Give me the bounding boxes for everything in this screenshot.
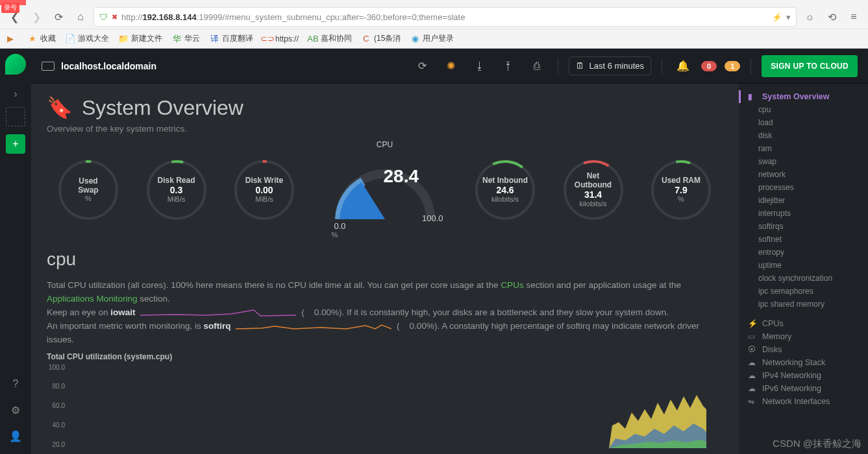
browser-chrome: 录号 ❮ ❯ ⟳ ⌂ 🛡 ✖ http://192.168.8.144:1999… xyxy=(0,0,868,49)
bell-icon[interactable]: 🔔 xyxy=(673,56,693,77)
toc-network[interactable]: network xyxy=(739,168,868,181)
bulb-icon[interactable]: ✺ xyxy=(441,56,462,77)
toc-softnet[interactable]: softnet xyxy=(739,233,868,246)
toc-entropy[interactable]: entropy xyxy=(739,246,868,259)
shield-icon: 🛡 xyxy=(99,12,108,22)
toc-system-overview[interactable]: ▮System Overview xyxy=(739,90,868,103)
upload-icon[interactable]: ⭱ xyxy=(498,56,519,77)
toc-ipc-shm[interactable]: ipc shared memory xyxy=(739,298,868,311)
gauge-disk-read[interactable]: Disk Read 0.3 MiB/s xyxy=(138,150,216,228)
toc-ipv4[interactable]: ☁IPv4 Networking xyxy=(739,369,868,382)
svg-point-11 xyxy=(648,157,714,223)
toc-memory[interactable]: ▭Memory xyxy=(739,330,868,343)
forward-button[interactable]: ❯ xyxy=(27,8,45,26)
bookmark-item[interactable]: ▶ xyxy=(5,34,18,44)
gauge-net-in[interactable]: Net Inbound 24.6 kilobits/s xyxy=(466,150,544,228)
svg-point-1 xyxy=(57,159,119,221)
sidebar-expand[interactable]: › xyxy=(4,84,27,104)
signup-button[interactable]: SIGN UP TO CLOUD xyxy=(762,55,858,77)
help-button[interactable]: ? xyxy=(4,374,27,394)
svg-point-4 xyxy=(236,161,293,219)
bookmark-item[interactable]: ★收藏 xyxy=(27,33,56,44)
logo-icon[interactable] xyxy=(5,54,26,75)
gauge-disk-write[interactable]: Disk Write 0.00 MiB/s xyxy=(225,150,303,228)
gauge-net-out[interactable]: NetOutbound 31.4 kilobits/s xyxy=(554,150,632,228)
print-icon[interactable]: ⎙ xyxy=(527,56,547,77)
toc-clock-sync[interactable]: clock synchronization xyxy=(739,272,868,285)
toc-ipc-sem[interactable]: ipc semaphores xyxy=(739,285,868,298)
calendar-icon: 🗓 xyxy=(576,61,584,71)
toc-softirqs[interactable]: softirqs xyxy=(739,220,868,233)
bookmarks-bar: ▶★收藏📄游戏大全📁新建文件华华云译百度翻译⊂⊃https://AB嘉和协同C(… xyxy=(0,29,868,48)
url-bar[interactable]: 🛡 ✖ http://192.168.8.144:19999/#menu_sys… xyxy=(93,7,797,27)
sidebar-left: › + ? ⚙ 👤 xyxy=(0,49,31,454)
bookmark-item[interactable]: AB嘉和协同 xyxy=(308,33,352,44)
bookmark-item[interactable]: ⊂⊃https:// xyxy=(262,34,299,44)
apps-link[interactable]: Applications Monitoring xyxy=(47,294,138,304)
bookmark-item[interactable]: ◉用户登录 xyxy=(410,33,454,44)
page-title: 🔖 System Overview xyxy=(47,95,723,120)
home-button[interactable]: ⌂ xyxy=(71,8,90,26)
refresh2-button[interactable]: ⟲ xyxy=(823,8,841,26)
download-icon[interactable]: ⭳ xyxy=(469,56,490,77)
cpus-link[interactable]: CPUs xyxy=(501,280,523,290)
toc-idlejitter[interactable]: idlejitter xyxy=(739,194,868,207)
svg-point-6 xyxy=(477,161,534,219)
host-icon xyxy=(42,62,55,71)
content-area: 🔖 System Overview Overview of the key sy… xyxy=(31,84,738,454)
svg-point-9 xyxy=(558,154,629,226)
sidebar-placeholder[interactable] xyxy=(6,107,25,126)
gauge-used-ram[interactable]: Used RAM 7.9 % xyxy=(642,150,720,228)
sync-icon[interactable]: ⟳ xyxy=(412,56,433,77)
svg-point-8 xyxy=(565,161,622,219)
host-label[interactable]: localhost.localdomain xyxy=(42,61,156,71)
chart-title: Total CPU utilization (system.cpu) xyxy=(47,352,723,361)
svg-point-2 xyxy=(148,161,205,219)
gauge-cpu[interactable]: CPU 28.4 0.0 100.0 % xyxy=(314,144,456,235)
bookmark-icon[interactable]: 🔖 xyxy=(47,95,73,120)
toc-processes[interactable]: processes xyxy=(739,181,868,194)
toc-net-stack[interactable]: ☁Networking Stack xyxy=(739,356,868,369)
cpu-section-desc: Total CPU utilization (all cores). 100% … xyxy=(47,279,702,347)
reload-button[interactable]: ⟳ xyxy=(49,8,68,26)
time-range-picker[interactable]: 🗓 Last 6 minutes xyxy=(569,56,652,75)
toc-load[interactable]: load xyxy=(739,116,868,129)
toc-interrupts[interactable]: interrupts xyxy=(739,207,868,220)
alert-red-badge[interactable]: 0 xyxy=(701,61,717,71)
bookmark-item[interactable]: 译百度翻译 xyxy=(209,33,253,44)
insecure-icon: ✖ xyxy=(112,13,118,21)
bookmark-item[interactable]: 📁新建文件 xyxy=(118,33,162,44)
cpu-section-head: cpu xyxy=(47,249,723,270)
menu-button[interactable]: ≡ xyxy=(845,8,863,26)
user-button[interactable]: 👤 xyxy=(4,425,27,446)
svg-point-0 xyxy=(60,161,117,219)
toc-ipv6[interactable]: ☁IPv6 Networking xyxy=(739,382,868,395)
topbar: localhost.localdomain ⟳ ✺ ⭳ ⭱ ⎙ 🗓 Last 6… xyxy=(31,49,868,84)
gauges-row: UsedSwap % Disk Read 0.3 MiB/s Disk Writ… xyxy=(47,144,723,235)
gauge-used-swap[interactable]: UsedSwap % xyxy=(49,150,127,228)
svg-point-3 xyxy=(143,157,210,223)
dropdown-icon[interactable]: ▾ xyxy=(786,12,791,22)
toc-disk[interactable]: disk xyxy=(739,129,868,142)
flash-icon[interactable]: ⚡ xyxy=(772,12,782,22)
softirq-sparkline xyxy=(236,321,391,331)
toc-ram[interactable]: ram xyxy=(739,142,868,155)
toc-cpu[interactable]: cpu xyxy=(739,103,868,116)
page-subtitle: Overview of the key system metrics. xyxy=(47,124,723,134)
toc-cpus[interactable]: ⚡CPUs xyxy=(739,317,868,330)
toc-uptime[interactable]: uptime xyxy=(739,259,868,272)
bookmark-item[interactable]: 华华云 xyxy=(171,33,200,44)
cpu-chart[interactable]: 100.080.060.040.020.0 xyxy=(47,364,723,448)
svg-point-10 xyxy=(652,161,710,219)
toc-sidebar: ▮System Overviewcpuloaddiskramswapnetwor… xyxy=(738,84,868,454)
toc-net-if[interactable]: ⇋Network Interfaces xyxy=(739,395,868,408)
toc-disks[interactable]: ⦿Disks xyxy=(739,343,868,356)
bookmark-item[interactable]: 📄游戏大全 xyxy=(65,33,109,44)
add-button[interactable]: + xyxy=(6,134,25,154)
bookmark-item[interactable]: C(15条消 xyxy=(361,33,401,44)
url-text: http://192.168.8.144:19999/#menu_system_… xyxy=(121,12,768,22)
theme-button[interactable]: ☼ xyxy=(800,8,819,26)
settings-button[interactable]: ⚙ xyxy=(4,400,27,420)
alert-yellow-badge[interactable]: 1 xyxy=(725,61,740,71)
toc-swap[interactable]: swap xyxy=(739,155,868,168)
